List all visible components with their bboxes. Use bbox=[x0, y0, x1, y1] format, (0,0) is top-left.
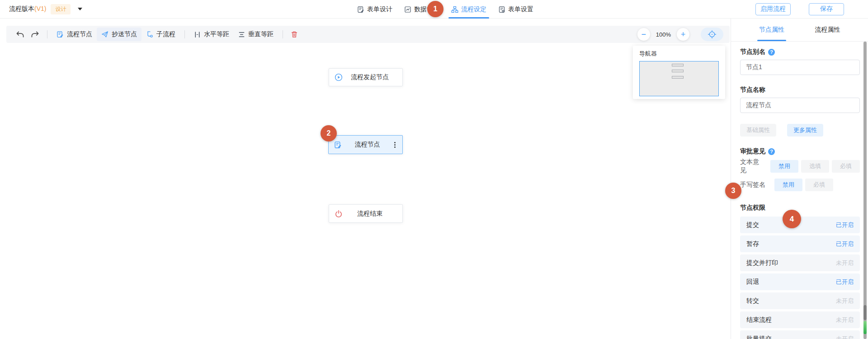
tab-form-setting[interactable]: 表单设置 bbox=[498, 0, 533, 19]
redo-button[interactable] bbox=[28, 29, 42, 40]
power-icon bbox=[335, 210, 343, 218]
zoom-out-button[interactable]: − bbox=[637, 28, 650, 41]
form-design-icon bbox=[357, 6, 364, 13]
permission-row-end-flow[interactable]: 结束流程 未开启 bbox=[740, 311, 860, 328]
sidebar-scrollbar-track[interactable] bbox=[863, 42, 867, 339]
workflow-designer-app: 流程版本(V1) 设计 表单设计 bbox=[0, 0, 868, 339]
node-menu-kebab-icon[interactable] bbox=[393, 141, 397, 149]
flow-end-node[interactable]: 流程结束 bbox=[329, 204, 403, 223]
permission-row-rollback[interactable]: 回退 已开启 bbox=[740, 273, 860, 290]
help-icon[interactable]: ? bbox=[768, 148, 775, 155]
permission-label: 转交 bbox=[746, 297, 759, 305]
zoom-controls: − 100% + bbox=[637, 28, 723, 41]
header-left: 流程版本(V1) 设计 bbox=[0, 4, 82, 14]
flow-canvas[interactable]: 流程节点 抄送节点 子流程 bbox=[0, 19, 731, 339]
toolbar-item-label: 抄送节点 bbox=[112, 30, 137, 38]
horizontal-spacing-button[interactable]: 水平等距 bbox=[189, 28, 234, 41]
fit-view-button[interactable] bbox=[701, 28, 723, 41]
canvas-toolbar: 流程节点 抄送节点 子流程 bbox=[6, 26, 730, 43]
doc-edit-icon bbox=[334, 141, 342, 149]
form-setting-icon bbox=[498, 6, 505, 13]
help-icon[interactable]: ? bbox=[768, 49, 775, 56]
permission-row-save-draft[interactable]: 暂存 已开启 bbox=[740, 235, 860, 252]
vertical-spacing-icon bbox=[238, 31, 245, 38]
permission-status: 未开启 bbox=[836, 297, 854, 305]
tab-label: 表单设置 bbox=[508, 5, 533, 14]
header-actions: 启用流程 保存 bbox=[755, 3, 868, 15]
toolbar-item-label: 水平等距 bbox=[204, 30, 229, 38]
vertical-spacing-button[interactable]: 垂直等距 bbox=[234, 28, 278, 41]
properties-sidebar: 节点属性 流程属性 节点别名 ? 节点名称 基础属性 更多属性 审批意见 ? bbox=[731, 19, 868, 339]
node-label: 流程发起节点 bbox=[343, 73, 397, 81]
text-opinion-row: 文本意见 禁用 选填 必填 bbox=[740, 158, 860, 174]
flow-start-node[interactable]: 流程发起节点 bbox=[329, 68, 403, 86]
basic-attributes-button[interactable]: 基础属性 bbox=[740, 124, 776, 137]
add-subflow-button[interactable]: 子流程 bbox=[142, 28, 180, 41]
option-optional[interactable]: 选填 bbox=[801, 160, 829, 173]
navigator-panel: 导航器 bbox=[633, 46, 725, 99]
flow-task-node[interactable]: 流程节点 bbox=[328, 135, 403, 154]
tab-form-design[interactable]: 表单设计 bbox=[357, 0, 392, 19]
permission-status: 已开启 bbox=[836, 240, 854, 248]
add-task-node-button[interactable]: 流程节点 bbox=[52, 28, 97, 41]
minimap[interactable] bbox=[639, 61, 719, 96]
node-alias-input[interactable] bbox=[740, 60, 860, 75]
permission-status: 未开启 bbox=[836, 259, 854, 267]
minimap-node bbox=[672, 76, 684, 79]
permission-label: 暂存 bbox=[746, 240, 759, 248]
save-button[interactable]: 保存 bbox=[809, 3, 844, 15]
minus-icon: − bbox=[641, 30, 646, 38]
permission-status: 已开启 bbox=[836, 221, 854, 229]
option-required[interactable]: 必填 bbox=[832, 160, 860, 173]
signature-label: 手写签名 bbox=[740, 181, 769, 189]
play-circle-icon bbox=[335, 73, 343, 81]
permission-status: 未开启 bbox=[836, 316, 854, 324]
delete-button[interactable] bbox=[288, 29, 301, 40]
paper-plane-icon bbox=[101, 31, 108, 38]
undo-icon bbox=[16, 31, 24, 38]
more-attributes-button[interactable]: 更多属性 bbox=[787, 124, 823, 137]
permission-label: 提交 bbox=[746, 221, 759, 229]
text-opinion-label: 文本意见 bbox=[740, 158, 765, 174]
permission-row-submit-print[interactable]: 提交并打印 未开启 bbox=[740, 254, 860, 271]
tab-node-properties[interactable]: 节点属性 bbox=[744, 19, 800, 41]
trash-icon bbox=[291, 31, 298, 38]
add-cc-node-button[interactable]: 抄送节点 bbox=[97, 28, 142, 41]
tab-flow-properties[interactable]: 流程属性 bbox=[800, 19, 856, 41]
zoom-in-button[interactable]: + bbox=[677, 28, 689, 41]
option-required[interactable]: 必填 bbox=[805, 179, 833, 191]
permission-row-transfer[interactable]: 转交 未开启 bbox=[740, 292, 860, 309]
subflow-branch-icon bbox=[146, 31, 153, 38]
toolbar-item-label: 垂直等距 bbox=[248, 30, 274, 38]
toolbar-divider bbox=[47, 30, 47, 38]
header-tabs: 表单设计 数据管理 bbox=[357, 0, 533, 19]
attribute-toggle-group: 基础属性 更多属性 bbox=[740, 124, 860, 137]
tab-flow-setting[interactable]: 流程设定 bbox=[451, 0, 486, 19]
version-label: (V1) bbox=[34, 5, 46, 12]
tab-label: 流程设定 bbox=[461, 5, 486, 14]
toolbar-divider bbox=[184, 30, 185, 38]
sidebar-scrollbar-green-indicator bbox=[863, 321, 867, 334]
approval-opinion-section-label: 审批意见 ? bbox=[740, 147, 860, 155]
option-disabled[interactable]: 禁用 bbox=[774, 179, 802, 191]
toolbar-item-label: 子流程 bbox=[156, 30, 175, 38]
annotation-badge-4: 4 bbox=[783, 210, 801, 228]
undo-button[interactable] bbox=[13, 29, 28, 40]
sidebar-scrollbar-thumb[interactable] bbox=[863, 305, 867, 320]
permission-row-batch-submit[interactable]: 批量提交 未开启 bbox=[740, 330, 860, 339]
status-badge: 设计 bbox=[51, 4, 71, 14]
minimap-node bbox=[672, 70, 684, 72]
horizontal-spacing-icon bbox=[194, 31, 201, 38]
page-title-text: 流程版本 bbox=[9, 5, 34, 12]
permission-status: 未开启 bbox=[836, 335, 854, 339]
node-permission-section-label: 节点权限 bbox=[740, 204, 860, 212]
redo-icon bbox=[31, 31, 39, 38]
chevron-down-icon[interactable] bbox=[78, 8, 82, 10]
option-disabled[interactable]: 禁用 bbox=[770, 160, 798, 173]
toolbar-item-label: 流程节点 bbox=[67, 30, 92, 38]
minimap-node bbox=[672, 64, 684, 66]
toolbar-divider bbox=[283, 30, 283, 38]
node-name-input[interactable] bbox=[740, 98, 860, 113]
enable-flow-button[interactable]: 启用流程 bbox=[755, 3, 791, 15]
doc-edit-icon bbox=[57, 31, 64, 38]
